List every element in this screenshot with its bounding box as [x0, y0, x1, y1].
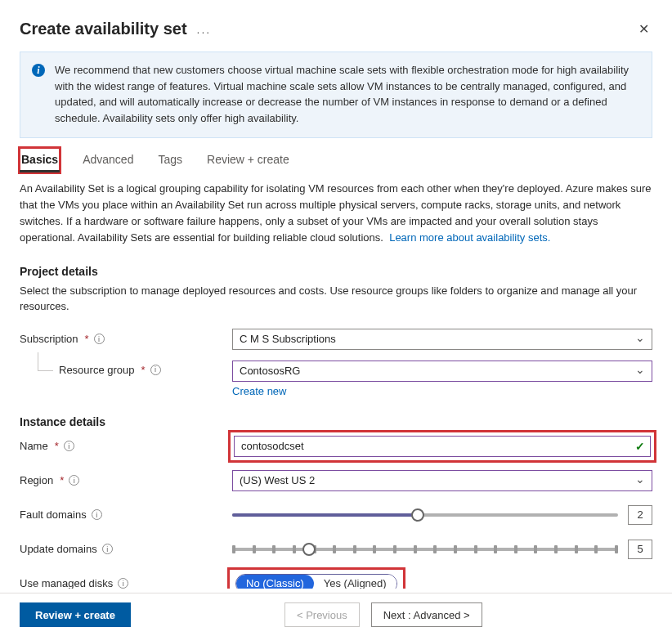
subscription-label: Subscription* i: [20, 333, 232, 345]
previous-button: < Previous: [284, 602, 360, 627]
info-icon[interactable]: i: [94, 334, 105, 344]
resource-group-select[interactable]: ContososRG: [232, 361, 652, 382]
name-row: Name* i ✓: [20, 433, 652, 459]
project-details-desc: Select the subscription to manage deploy…: [20, 283, 652, 315]
update-domains-label: Update domains i: [20, 543, 232, 555]
resource-group-row: Resource group* i ContososRG Create new: [20, 361, 652, 397]
resource-group-label: Resource group* i: [20, 361, 232, 376]
managed-disks-no[interactable]: No (Classic): [236, 575, 314, 589]
tab-strip: Basics Advanced Tags Review + create: [20, 145, 652, 172]
close-icon[interactable]: ✕: [635, 18, 652, 40]
tab-tags[interactable]: Tags: [156, 148, 184, 172]
region-label: Region* i: [20, 474, 232, 486]
info-icon: i: [32, 64, 45, 77]
next-button[interactable]: Next : Advanced >: [371, 602, 482, 627]
create-new-rg-link[interactable]: Create new: [232, 385, 286, 397]
review-create-button[interactable]: Review + create: [20, 602, 131, 627]
info-icon[interactable]: i: [150, 365, 161, 375]
info-banner-text: We recommend that new customers choose v…: [55, 62, 638, 126]
update-domains-value[interactable]: 5: [628, 540, 652, 559]
region-select[interactable]: (US) West US 2: [232, 470, 652, 491]
name-input[interactable]: [234, 436, 651, 457]
info-icon[interactable]: i: [64, 441, 74, 451]
tab-basics[interactable]: Basics: [20, 148, 60, 172]
fault-domains-row: Fault domains i 2: [20, 502, 652, 528]
panel-body: Create availability set ··· ✕ i We recom…: [0, 0, 672, 589]
intro-text: An Availability Set is a logical groupin…: [20, 181, 652, 247]
name-label: Name* i: [20, 440, 232, 452]
managed-disks-toggle[interactable]: No (Classic) Yes (Aligned): [235, 574, 397, 589]
project-details-title: Project details: [20, 265, 652, 278]
fault-domains-label: Fault domains i: [20, 508, 232, 521]
tab-review-create[interactable]: Review + create: [205, 148, 291, 172]
managed-disks-yes[interactable]: Yes (Aligned): [314, 575, 396, 589]
info-icon[interactable]: i: [69, 475, 79, 486]
more-menu[interactable]: ···: [197, 20, 212, 38]
info-icon[interactable]: i: [92, 509, 102, 520]
tab-advanced[interactable]: Advanced: [81, 148, 135, 172]
info-icon[interactable]: i: [118, 578, 128, 589]
subscription-select[interactable]: C M S Subscriptions: [232, 329, 652, 350]
managed-highlight: No (Classic) Yes (Aligned): [232, 572, 401, 589]
instance-details-title: Instance details: [20, 415, 652, 428]
info-banner: i We recommend that new customers choose…: [20, 52, 652, 138]
info-icon[interactable]: i: [102, 544, 113, 554]
title-bar: Create availability set ··· ✕: [20, 18, 652, 40]
update-domains-slider[interactable]: [232, 542, 618, 557]
footer-bar: Review + create < Previous Next : Advanc…: [0, 593, 672, 636]
subscription-row: Subscription* i C M S Subscriptions: [20, 326, 652, 352]
learn-more-link[interactable]: Learn more about availability sets.: [389, 231, 550, 244]
page-title: Create availability set: [20, 20, 187, 38]
managed-disks-label: Use managed disks i: [20, 577, 232, 589]
managed-disks-row: Use managed disks i No (Classic) Yes (Al…: [20, 571, 652, 589]
update-domains-row: Update domains i 5: [20, 536, 652, 562]
fault-domains-slider[interactable]: [232, 508, 618, 522]
region-row: Region* i (US) West US 2: [20, 468, 652, 494]
fault-domains-value[interactable]: 2: [628, 505, 652, 525]
name-highlight: ✓: [232, 434, 652, 459]
